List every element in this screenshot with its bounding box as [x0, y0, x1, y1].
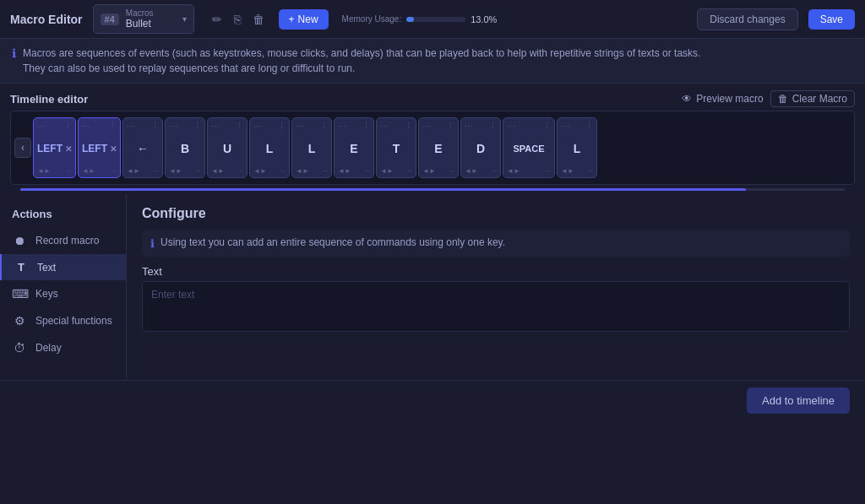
configure-field-label: Text	[142, 265, 850, 278]
key-tile-b[interactable]: ···⋮ B ◄►···	[165, 117, 205, 178]
sidebar-label-text: Text	[37, 262, 56, 274]
key-label: L	[308, 130, 316, 167]
info-line1: Macros are sequences of events (such as …	[23, 46, 700, 61]
memory-label: Memory Usage:	[342, 14, 402, 24]
special-functions-icon: ⚙	[12, 314, 27, 328]
tile-dots: ···	[37, 122, 46, 130]
memory-percent: 13.0%	[471, 14, 497, 24]
add-to-timeline-button[interactable]: Add to timeline	[747, 387, 850, 414]
sidebar-item-special-functions[interactable]: ⚙ Special functions	[0, 307, 126, 334]
key-tile-t[interactable]: ···⋮ T ◄►···	[376, 117, 416, 178]
timeline-prev-button[interactable]: ‹	[14, 138, 31, 158]
key-label: B	[181, 130, 189, 167]
macro-action-icons: ✏ ⎘ 🗑	[208, 10, 269, 29]
macro-id: #4	[101, 14, 119, 25]
delay-icon: ⏱	[12, 341, 27, 355]
key-label: D	[476, 130, 485, 167]
edit-button[interactable]: ✏	[208, 10, 226, 29]
configure-info-icon: ℹ	[150, 237, 155, 250]
eye-icon: 👁	[682, 93, 692, 105]
add-timeline-bar: Add to timeline	[0, 380, 865, 420]
macro-selector[interactable]: #4 Macros Bullet ▾	[93, 4, 194, 34]
info-bar: ℹ Macros are sequences of events (such a…	[0, 39, 865, 84]
key-label: T	[393, 130, 400, 167]
tile-label-left2: LEFT ✕	[82, 143, 117, 154]
key-tile-l1[interactable]: ···⋮ L ◄►···	[249, 117, 290, 178]
timeline-section: Timeline editor 👁 Preview macro 🗑 Clear …	[0, 84, 865, 194]
new-label: New	[298, 14, 318, 25]
info-icon: ℹ	[12, 46, 16, 60]
sidebar-item-record-macro[interactable]: ⏺ Record macro	[0, 227, 126, 254]
clear-macro-button[interactable]: 🗑 Clear Macro	[770, 90, 855, 107]
app-title: Macro Editor	[10, 13, 83, 26]
tile-label-left1: LEFT ✕	[37, 143, 72, 154]
trash-icon: 🗑	[778, 93, 788, 105]
tile-dots: ···	[82, 122, 91, 130]
configure-panel: Configure ℹ Using text you can add an en…	[127, 194, 865, 380]
timeline-title: Timeline editor	[10, 93, 88, 106]
sidebar-item-text[interactable]: T Text	[0, 254, 126, 280]
memory-section: Memory Usage: 13.0%	[342, 14, 498, 24]
info-line2: They can also be used to replay sequence…	[23, 61, 700, 76]
sidebar-label-record: Record macro	[35, 235, 99, 247]
key-label: L	[574, 130, 581, 167]
timeline-progress-bar	[20, 188, 845, 191]
key-tile-l3[interactable]: ···⋮ L ◄►···	[557, 117, 597, 178]
key-label: E	[434, 130, 442, 167]
configure-title: Configure	[142, 206, 850, 221]
tile-menu: ⋮	[64, 122, 72, 130]
sidebar-label-keys: Keys	[35, 288, 58, 300]
top-bar: Macro Editor #4 Macros Bullet ▾ ✏ ⎘ 🗑 + …	[0, 0, 865, 39]
timeline-controls: 👁 Preview macro 🗑 Clear Macro	[682, 90, 855, 107]
save-button[interactable]: Save	[808, 9, 855, 30]
sidebar-item-delay[interactable]: ⏱ Delay	[0, 334, 126, 361]
delete-button[interactable]: 🗑	[248, 10, 269, 29]
plus-icon: +	[289, 14, 295, 25]
sidebar: Actions ⏺ Record macro T Text ⌨ Keys ⚙ S…	[0, 194, 127, 380]
new-button[interactable]: + New	[279, 9, 329, 30]
memory-bar	[406, 17, 465, 22]
keys-icon: ⌨	[12, 287, 27, 301]
key-tile-l2[interactable]: ···⋮ L ◄►···	[291, 117, 332, 178]
key-label: E	[350, 130, 357, 167]
preview-macro-button[interactable]: 👁 Preview macro	[682, 93, 763, 105]
sidebar-label-special: Special functions	[35, 315, 112, 327]
key-label: SPACE	[513, 130, 544, 167]
timeline-track[interactable]: ‹ ··· ⋮ LEFT ✕ ◄► ··· ··· ⋮ LEFT	[10, 111, 855, 185]
copy-button[interactable]: ⎘	[230, 10, 245, 29]
timeline-progress-fill	[20, 188, 746, 191]
sidebar-title: Actions	[0, 203, 126, 227]
key-tile-e2[interactable]: ···⋮ E ◄►···	[418, 117, 459, 178]
tile-menu: ⋮	[109, 122, 117, 130]
sidebar-item-keys[interactable]: ⌨ Keys	[0, 280, 126, 307]
clear-label: Clear Macro	[792, 93, 847, 105]
configure-info-box: ℹ Using text you can add an entire seque…	[142, 230, 850, 257]
sidebar-label-delay: Delay	[35, 342, 62, 354]
key-tile-arrow[interactable]: ···⋮ ← ◄►···	[122, 117, 163, 178]
main-content: Actions ⏺ Record macro T Text ⌨ Keys ⚙ S…	[0, 194, 865, 380]
timeline-header: Timeline editor 👁 Preview macro 🗑 Clear …	[10, 90, 855, 107]
memory-bar-fill	[406, 17, 414, 22]
macro-category: Macros	[126, 8, 176, 18]
configure-info-text: Using text you can add an entire sequenc…	[160, 236, 505, 248]
text-icon: T	[14, 261, 29, 274]
configure-text-section: Text	[142, 265, 850, 334]
key-tile-left-2[interactable]: ··· ⋮ LEFT ✕ ◄► ···	[78, 117, 121, 178]
chevron-down-icon: ▾	[182, 14, 187, 24]
key-tile-e1[interactable]: ···⋮ E ◄►···	[334, 117, 374, 178]
key-tile-d[interactable]: ···⋮ D ◄►···	[460, 117, 501, 178]
macro-name: Bullet	[126, 18, 176, 30]
key-tile-space[interactable]: ···⋮ SPACE ◄►···	[503, 117, 555, 178]
key-label: U	[223, 130, 231, 167]
discard-button[interactable]: Discard changes	[697, 8, 797, 30]
key-tile-u[interactable]: ···⋮ U ◄►···	[207, 117, 248, 178]
key-label: ←	[137, 130, 149, 167]
configure-text-input[interactable]	[142, 281, 850, 332]
record-icon: ⏺	[12, 234, 27, 247]
key-label: L	[266, 130, 274, 167]
key-tile-left-1[interactable]: ··· ⋮ LEFT ✕ ◄► ···	[33, 117, 76, 178]
preview-label: Preview macro	[696, 93, 763, 105]
macro-selector-info: Macros Bullet	[126, 8, 176, 30]
